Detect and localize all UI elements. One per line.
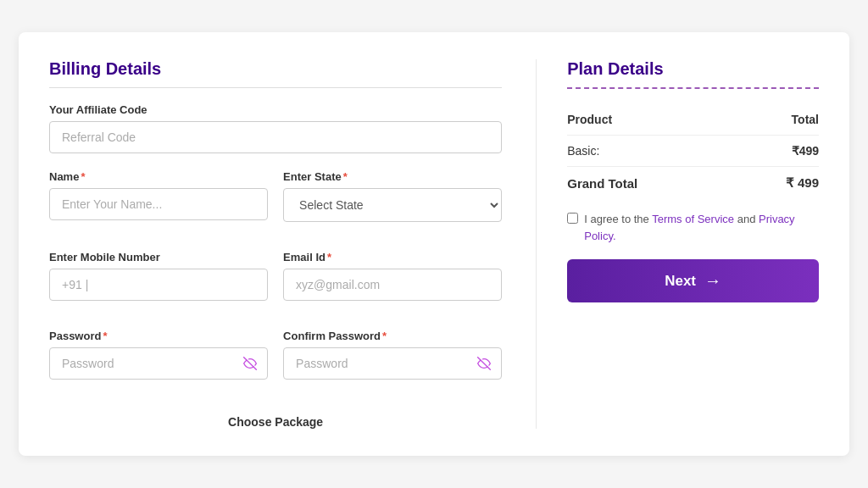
plan-total-header: Total xyxy=(792,113,819,126)
agree-row: I agree to the Terms of Service and Priv… xyxy=(567,211,819,244)
password-label: Password* xyxy=(49,330,268,342)
confirm-password-field-group: Confirm Password* xyxy=(283,330,502,380)
state-label: Enter State* xyxy=(283,170,502,183)
plan-title: Plan Details xyxy=(567,59,819,79)
main-container: Billing Details Your Affiliate Code Name… xyxy=(19,32,849,456)
state-select[interactable]: Select StateAndhra PradeshArunachal Prad… xyxy=(283,188,502,222)
email-label: Email Id* xyxy=(283,251,502,263)
mobile-field-group: Enter Mobile Number xyxy=(49,251,268,301)
form-grid: Name* Enter State* Select StateAndhra Pr… xyxy=(49,170,502,429)
choose-package-label: Choose Package xyxy=(49,415,502,429)
plan-divider xyxy=(567,87,819,89)
name-label: Name* xyxy=(49,170,268,183)
mobile-label: Enter Mobile Number xyxy=(49,251,268,263)
terms-link[interactable]: Terms of Service xyxy=(652,213,734,225)
plan-basic-label: Basic: xyxy=(567,144,599,158)
plan-section: Plan Details Product Total Basic: ₹499 G… xyxy=(536,59,819,429)
billing-title: Billing Details xyxy=(49,59,502,79)
confirm-password-input[interactable] xyxy=(283,347,502,380)
confirm-password-toggle-button[interactable] xyxy=(475,357,493,370)
email-field-group: Email Id* xyxy=(283,251,502,301)
state-field-group: Enter State* Select StateAndhra PradeshA… xyxy=(283,170,502,222)
next-button[interactable]: Next → xyxy=(567,259,819,302)
confirm-password-wrapper xyxy=(283,347,502,380)
affiliate-input[interactable] xyxy=(49,121,502,153)
billing-divider xyxy=(49,87,502,88)
billing-section: Billing Details Your Affiliate Code Name… xyxy=(49,59,502,429)
confirm-password-label: Confirm Password* xyxy=(283,330,502,342)
agree-checkbox[interactable] xyxy=(567,213,578,224)
affiliate-section: Your Affiliate Code xyxy=(49,103,502,153)
plan-basic-row: Basic: ₹499 xyxy=(567,136,819,166)
plan-product-header: Product xyxy=(567,113,612,126)
plan-header-row: Product Total xyxy=(567,104,819,136)
confirm-eye-slash-icon xyxy=(475,357,493,370)
next-label: Next xyxy=(665,273,696,290)
affiliate-label: Your Affiliate Code xyxy=(49,103,502,116)
password-wrapper xyxy=(49,347,268,380)
grand-total-amount: ₹ 499 xyxy=(786,175,819,191)
plan-basic-amount: ₹499 xyxy=(792,144,819,158)
name-input[interactable] xyxy=(49,188,268,220)
password-input[interactable] xyxy=(49,347,268,380)
grand-total-row: Grand Total ₹ 499 xyxy=(567,166,819,199)
next-arrow: → xyxy=(704,271,721,291)
password-field-group: Password* xyxy=(49,330,268,380)
mobile-input[interactable] xyxy=(49,269,268,301)
password-toggle-button[interactable] xyxy=(241,357,259,370)
agree-text: I agree to the Terms of Service and Priv… xyxy=(584,211,819,244)
eye-slash-icon xyxy=(241,357,259,370)
email-input[interactable] xyxy=(283,269,502,301)
name-field-group: Name* xyxy=(49,170,268,222)
grand-total-label: Grand Total xyxy=(567,176,637,191)
